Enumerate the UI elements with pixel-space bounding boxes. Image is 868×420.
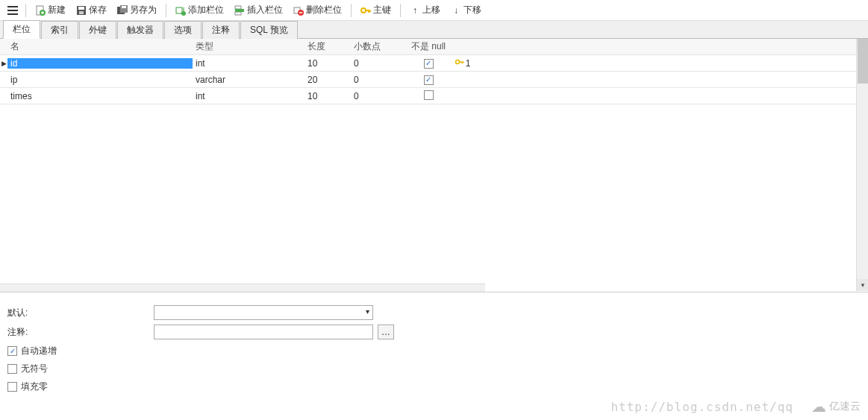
col-header-notnull[interactable]: 不是 null: [410, 40, 446, 53]
insert-field-button[interactable]: 插入栏位: [230, 2, 287, 19]
cell-name[interactable]: id: [7, 58, 193, 69]
hamburger-menu-icon[interactable]: [4, 2, 21, 19]
tab-indexes-label: 索引: [51, 25, 69, 35]
cell-notnull[interactable]: [410, 74, 446, 85]
move-down-button[interactable]: ↓ 下移: [446, 2, 486, 19]
default-combo[interactable]: [154, 305, 373, 320]
insert-field-icon: [234, 5, 245, 16]
watermark-text: http://blog.csdn.net/qq: [611, 400, 793, 414]
default-label: 默认:: [7, 307, 149, 319]
move-down-label: 下移: [463, 4, 481, 16]
tab-fields[interactable]: 栏位: [3, 20, 40, 39]
checkbox-icon: [424, 75, 434, 85]
tab-options[interactable]: 选项: [164, 21, 202, 39]
svg-rect-3: [78, 7, 84, 10]
svg-rect-7: [122, 6, 126, 8]
zerofill-check[interactable]: 填充零: [7, 377, 861, 395]
cell-name[interactable]: times: [7, 91, 193, 101]
checkbox-icon: [424, 59, 434, 69]
cell-decimals[interactable]: 0: [351, 75, 410, 85]
horizontal-scrollbar[interactable]: [0, 283, 485, 292]
separator: [166, 4, 166, 17]
tab-bar: 栏位 索引 外键 触发器 选项 注释 SQL 预览: [0, 21, 868, 39]
cell-notnull[interactable]: [410, 57, 446, 69]
new-label: 新建: [48, 4, 66, 16]
move-up-label: 上移: [422, 4, 440, 16]
save-as-button[interactable]: 另存为: [113, 2, 161, 19]
cell-type[interactable]: int: [193, 91, 305, 101]
tab-comment[interactable]: 注释: [202, 21, 240, 39]
cell-decimals[interactable]: 0: [351, 58, 410, 69]
cell-type[interactable]: varchar: [193, 75, 305, 85]
tab-comment-label: 注释: [212, 25, 230, 35]
scrollbar-thumb[interactable]: [858, 39, 868, 84]
primary-key-button[interactable]: 主键: [356, 2, 396, 19]
cell-key[interactable]: 1: [446, 57, 479, 69]
cell-length[interactable]: 20: [305, 75, 351, 85]
svg-point-9: [181, 11, 186, 16]
tab-sql-preview-label: SQL 预览: [250, 25, 288, 35]
save-label: 保存: [89, 4, 107, 16]
cell-decimals[interactable]: 0: [351, 91, 410, 101]
save-button[interactable]: 保存: [72, 2, 111, 19]
zerofill-label: 填充零: [21, 380, 48, 393]
comment-input[interactable]: [154, 325, 373, 339]
delete-field-icon: [293, 5, 304, 16]
checkbox-icon: [7, 346, 17, 356]
tab-indexes[interactable]: 索引: [41, 21, 78, 39]
comment-ellipsis-button[interactable]: …: [378, 325, 394, 339]
cell-length[interactable]: 10: [305, 58, 351, 69]
col-header-type[interactable]: 类型: [193, 40, 305, 53]
row-marker: ▶: [0, 55, 7, 72]
scroll-down-icon[interactable]: ▼: [857, 279, 868, 291]
new-icon: [35, 5, 46, 16]
cell-notnull[interactable]: [410, 90, 446, 102]
tab-foreign-keys[interactable]: 外键: [79, 21, 116, 39]
save-icon: [76, 5, 87, 16]
logo-text: 亿速云: [829, 400, 861, 413]
cell-type[interactable]: int: [193, 58, 305, 69]
move-up-button[interactable]: ↑ 上移: [405, 2, 445, 19]
table-row[interactable]: ipvarchar200: [0, 72, 868, 88]
tab-triggers-label: 触发器: [127, 25, 154, 35]
svg-rect-12: [235, 9, 244, 12]
add-field-label: 添加栏位: [188, 4, 224, 16]
auto-increment-label: 自动递增: [21, 345, 57, 357]
svg-rect-8: [176, 7, 182, 13]
col-header-name[interactable]: 名: [7, 40, 193, 53]
table-row[interactable]: timesint100: [0, 88, 868, 104]
grid-header: 名 类型 长度 小数点 不是 null: [0, 39, 868, 55]
svg-rect-11: [235, 12, 241, 15]
svg-rect-10: [235, 6, 241, 9]
cell-name[interactable]: ip: [7, 75, 193, 85]
comment-label: 注释:: [7, 326, 149, 339]
add-field-button[interactable]: 添加栏位: [171, 2, 228, 19]
delete-field-label: 删除栏位: [306, 4, 342, 16]
tab-sql-preview[interactable]: SQL 预览: [240, 21, 298, 39]
checkbox-icon: [7, 382, 17, 392]
col-header-decimals[interactable]: 小数点: [351, 40, 410, 53]
key-icon: [360, 5, 371, 16]
unsigned-check[interactable]: 无符号: [7, 360, 861, 377]
add-field-icon: [175, 5, 186, 16]
arrow-up-icon: ↑: [410, 5, 420, 16]
table-row[interactable]: ▶idint1001: [0, 55, 868, 72]
field-properties-form: 默认: 注释: … 自动递增 无符号 填充零: [0, 292, 868, 395]
row-marker-header: [0, 39, 7, 55]
new-button[interactable]: 新建: [31, 2, 70, 19]
key-icon: [455, 57, 464, 69]
tab-foreign-keys-label: 外键: [89, 25, 107, 35]
tab-options-label: 选项: [174, 25, 192, 35]
arrow-down-icon: ↓: [451, 5, 461, 16]
checkbox-icon: [7, 364, 17, 374]
auto-increment-check[interactable]: 自动递增: [7, 342, 861, 360]
cell-length[interactable]: 10: [305, 91, 351, 101]
separator: [400, 4, 401, 17]
separator: [351, 4, 352, 17]
tab-triggers[interactable]: 触发器: [117, 21, 163, 39]
save-as-icon: [117, 5, 128, 16]
vertical-scrollbar[interactable]: ▲ ▼: [856, 39, 868, 291]
col-header-length[interactable]: 长度: [305, 40, 351, 53]
delete-field-button[interactable]: 删除栏位: [289, 2, 346, 19]
fields-grid: 名 类型 长度 小数点 不是 null ▶idint1001ipvarchar2…: [0, 39, 868, 292]
